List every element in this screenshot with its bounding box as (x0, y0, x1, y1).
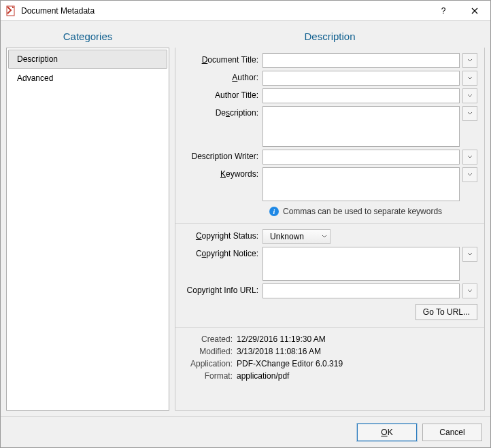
cancel-button[interactable]: Cancel (422, 424, 482, 441)
categories-list[interactable]: Description Advanced (6, 48, 169, 411)
author-title-dropdown[interactable] (462, 88, 477, 103)
copyright-notice-label: Copyright Notice: (182, 247, 263, 258)
ok-button[interactable]: OK (357, 424, 417, 441)
created-value: 12/29/2016 11:19:30 AM (237, 334, 326, 344)
titlebar: Document Metadata ? (1, 1, 490, 21)
dialog-title: Document Metadata (21, 6, 428, 16)
copyright-fields: Copyright Status: Unknown Copyright Noti… (175, 224, 484, 328)
app-icon (6, 5, 17, 16)
author-title-label: Author Title: (182, 88, 263, 100)
format-value: application/pdf (237, 371, 289, 381)
description-writer-label: Description Writer: (182, 150, 263, 161)
copyright-notice-dropdown[interactable] (462, 247, 477, 262)
copyright-notice-input[interactable] (263, 247, 460, 281)
description-header: Description (175, 27, 485, 48)
keywords-dropdown[interactable] (462, 167, 477, 182)
copyright-status-label: Copyright Status: (182, 229, 263, 241)
author-label: Author: (182, 71, 263, 82)
application-value: PDF-XChange Editor 6.0.319 (237, 359, 343, 368)
categories-header: Categories (6, 27, 169, 48)
keywords-input[interactable] (263, 167, 460, 201)
author-dropdown[interactable] (462, 71, 477, 86)
document-title-input[interactable] (263, 53, 460, 68)
keywords-label: Keywords: (182, 167, 263, 179)
modified-value: 3/13/2018 11:08:16 AM (237, 347, 321, 356)
category-item-description[interactable]: Description (8, 50, 167, 69)
keywords-hint-text: Commas can be used to separate keywords (283, 207, 442, 216)
description-writer-input[interactable] (263, 150, 460, 165)
created-label: Created: (175, 334, 237, 344)
document-title-label: Document Title: (182, 53, 263, 65)
description-panel: Description Document Title: Author: (175, 27, 485, 411)
category-item-advanced[interactable]: Advanced (8, 69, 167, 88)
description-dropdown[interactable] (462, 106, 477, 121)
copyright-status-select[interactable]: Unknown (263, 229, 331, 244)
modified-label: Modified: (175, 347, 237, 356)
help-button[interactable]: ? (428, 1, 459, 21)
keywords-hint: i Commas can be used to separate keyword… (182, 204, 477, 219)
copyright-url-label: Copyright Info URL: (182, 283, 263, 295)
description-label: Description: (182, 106, 263, 118)
goto-url-button[interactable]: Go To URL... (416, 304, 477, 320)
metadata-fields: Document Title: Author: (175, 48, 484, 224)
categories-panel: Categories Description Advanced (6, 27, 169, 411)
application-label: Application: (175, 359, 237, 368)
file-info: Created:12/29/2016 11:19:30 AM Modified:… (175, 328, 484, 390)
close-button[interactable] (459, 1, 490, 21)
document-metadata-dialog: Document Metadata ? Categories Descripti… (0, 0, 491, 448)
form-area: Document Title: Author: (175, 48, 485, 411)
copyright-url-input[interactable] (263, 283, 460, 298)
format-label: Format: (175, 371, 237, 381)
copyright-url-dropdown[interactable] (462, 283, 477, 298)
dialog-footer: OK Cancel (1, 416, 490, 447)
description-input[interactable] (263, 106, 460, 147)
author-input[interactable] (263, 71, 460, 86)
description-writer-dropdown[interactable] (462, 150, 477, 165)
document-title-dropdown[interactable] (462, 53, 477, 68)
dialog-content: Categories Description Advanced Descript… (1, 21, 490, 416)
info-icon: i (269, 207, 279, 216)
author-title-input[interactable] (263, 88, 460, 103)
